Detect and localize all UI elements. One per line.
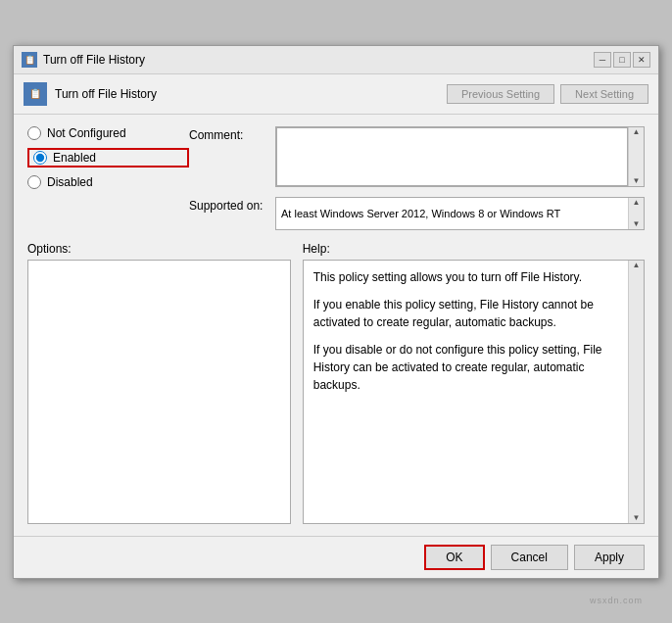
options-panel: Options:: [27, 242, 291, 524]
supported-content: At least Windows Server 2012, Windows 8 …: [275, 197, 645, 230]
enabled-label: Enabled: [53, 151, 96, 165]
cancel-button[interactable]: Cancel: [491, 545, 568, 570]
main-window: 📋 Turn off File History ─ □ ✕ 📋 Turn off…: [13, 45, 659, 579]
help-panel: Help: This policy setting allows you to …: [303, 242, 645, 524]
window-title: Turn off File History: [43, 53, 145, 67]
supported-scrollbar: ▲ ▼: [628, 198, 644, 229]
help-scroll-down[interactable]: ▼: [633, 514, 641, 522]
supported-scroll-down[interactable]: ▼: [633, 220, 641, 228]
help-paragraph-3: If you disable or do not configure this …: [313, 341, 618, 394]
toolbar: 📋 Turn off File History Previous Setting…: [14, 74, 658, 115]
not-configured-radio[interactable]: [27, 126, 41, 140]
supported-row: Supported on: At least Windows Server 20…: [189, 197, 645, 230]
supported-label: Supported on:: [189, 197, 267, 213]
comment-textarea[interactable]: [276, 127, 628, 186]
supported-text: At least Windows Server 2012, Windows 8 …: [276, 198, 628, 229]
help-box-wrapper: This policy setting allows you to turn o…: [303, 260, 645, 524]
next-setting-button[interactable]: Next Setting: [560, 84, 648, 104]
enabled-radio[interactable]: [33, 151, 47, 165]
apply-button[interactable]: Apply: [574, 545, 645, 570]
toolbar-buttons: Previous Setting Next Setting: [447, 84, 648, 104]
supported-scroll-up[interactable]: ▲: [633, 199, 641, 207]
content-area: Not Configured Enabled Disabled Comment:…: [14, 115, 658, 536]
toolbar-icon: 📋: [24, 82, 47, 106]
ok-button[interactable]: OK: [424, 545, 484, 570]
comment-row: Comment: ▲ ▼: [189, 126, 645, 187]
comment-scroll-up[interactable]: ▲: [633, 128, 641, 136]
not-configured-radio-item: Not Configured: [27, 126, 189, 140]
enabled-radio-item: Enabled: [27, 148, 189, 168]
title-bar-left: 📋 Turn off File History: [22, 52, 145, 68]
bottom-bar: OK Cancel Apply: [14, 536, 658, 578]
options-help-section: Options: Help: This policy setting allow…: [27, 242, 645, 524]
help-paragraph-2: If you enable this policy setting, File …: [313, 296, 618, 331]
comment-scroll-down[interactable]: ▼: [633, 177, 641, 185]
right-section: Comment: ▲ ▼ Supported on: At least Wind…: [189, 126, 645, 230]
window-icon: 📋: [22, 52, 37, 68]
title-bar: 📋 Turn off File History ─ □ ✕: [14, 46, 658, 74]
options-header: Options:: [27, 242, 291, 256]
disabled-label: Disabled: [47, 175, 93, 189]
comment-label: Comment:: [189, 126, 267, 142]
options-box: [27, 260, 291, 524]
help-paragraph-1: This policy setting allows you to turn o…: [313, 268, 618, 286]
toolbar-title: Turn off File History: [55, 87, 439, 101]
disabled-radio[interactable]: [27, 175, 41, 189]
help-scroll-up[interactable]: ▲: [633, 262, 641, 269]
help-header: Help:: [303, 242, 645, 256]
comment-textarea-wrapper: ▲ ▼: [275, 126, 645, 187]
help-scrollbar: ▲ ▼: [628, 261, 644, 523]
radio-section: Not Configured Enabled Disabled: [27, 126, 189, 189]
comment-scrollbar: ▲ ▼: [628, 127, 644, 186]
close-button[interactable]: ✕: [633, 52, 650, 68]
prev-setting-button[interactable]: Previous Setting: [447, 84, 554, 104]
help-text-area: This policy setting allows you to turn o…: [304, 261, 628, 523]
not-configured-label: Not Configured: [47, 126, 126, 140]
disabled-radio-item: Disabled: [27, 175, 189, 189]
title-controls: ─ □ ✕: [594, 52, 650, 68]
maximize-button[interactable]: □: [613, 52, 631, 68]
minimize-button[interactable]: ─: [594, 52, 611, 68]
watermark: wsxdn.com: [590, 596, 643, 605]
